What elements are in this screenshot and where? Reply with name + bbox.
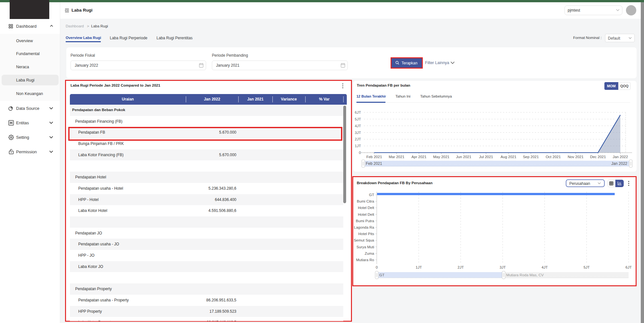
- svg-text:GT: GT: [369, 193, 374, 197]
- svg-text:Hotel Delt: Hotel Delt: [358, 213, 374, 216]
- svg-text:Apr 2021: Apr 2021: [412, 155, 427, 159]
- svg-text:3JT: 3JT: [355, 131, 361, 135]
- svg-text:4JT: 4JT: [542, 265, 548, 269]
- svg-text:2JT: 2JT: [458, 265, 464, 269]
- svg-text:Oct 2021: Oct 2021: [546, 155, 561, 159]
- svg-text:Dec 2021: Dec 2021: [590, 155, 606, 159]
- svg-text:GT: GT: [379, 273, 384, 277]
- svg-text:Jun 2021: Jun 2021: [456, 155, 471, 159]
- svg-text:Bumi Citra: Bumi Citra: [357, 199, 374, 203]
- svg-text:Hotel Pits: Hotel Pits: [358, 232, 374, 236]
- svg-text:Mutiara Ro: Mutiara Ro: [356, 258, 374, 262]
- svg-text:3JT: 3JT: [499, 265, 506, 269]
- svg-text:Mutiara Roda Mas, CV: Mutiara Roda Mas, CV: [506, 273, 544, 277]
- svg-text:6JT: 6JT: [626, 265, 632, 269]
- svg-text:6JT: 6JT: [355, 110, 361, 114]
- svg-text:Jul 2021: Jul 2021: [479, 155, 493, 159]
- svg-text:2JT: 2JT: [355, 137, 361, 141]
- svg-text:0: 0: [376, 265, 378, 269]
- svg-text:Lagonda Ra: Lagonda Ra: [354, 225, 374, 229]
- svg-text:Jan 2022: Jan 2022: [611, 161, 628, 166]
- svg-text:Feb 2021: Feb 2021: [366, 161, 382, 166]
- svg-text:1JT: 1JT: [416, 265, 422, 269]
- svg-text:Bumi Putra: Bumi Putra: [356, 219, 374, 223]
- svg-text:5JT: 5JT: [355, 117, 361, 121]
- svg-text:Feb 2021: Feb 2021: [366, 155, 382, 159]
- svg-text:Aug 2021: Aug 2021: [500, 155, 516, 159]
- svg-text:1JT: 1JT: [355, 144, 361, 148]
- svg-text:Zuma: Zuma: [365, 252, 374, 255]
- svg-text:Semut Squa: Semut Squa: [354, 238, 374, 242]
- svg-text:Nov 2021: Nov 2021: [568, 155, 583, 159]
- svg-text:4JT: 4JT: [355, 124, 361, 128]
- svg-text:Sep 2021: Sep 2021: [523, 155, 539, 159]
- svg-text:Jan 2022: Jan 2022: [613, 155, 628, 159]
- svg-text:Surya Muti: Surya Muti: [356, 245, 374, 249]
- svg-text:Mar 2021: Mar 2021: [389, 155, 404, 159]
- svg-text:Hotel Delt: Hotel Delt: [358, 206, 374, 210]
- svg-text:May 2021: May 2021: [433, 155, 450, 159]
- svg-text:0: 0: [359, 151, 361, 155]
- svg-text:5JT: 5JT: [583, 265, 590, 269]
